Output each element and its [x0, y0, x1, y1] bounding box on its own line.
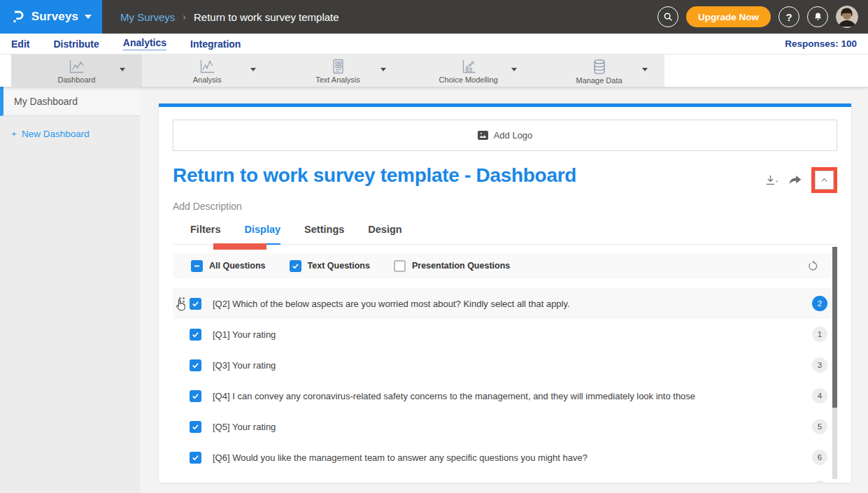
analysis-chart-icon — [198, 59, 216, 75]
filter-label: Presentation Questions — [412, 261, 510, 271]
dashboard-tabs: Filters Display Settings Design — [173, 224, 837, 245]
question-order-badge: 3 — [812, 357, 827, 373]
toolbar-manage-data[interactable]: Manage Data — [534, 55, 664, 87]
tab-design[interactable]: Design — [368, 224, 401, 244]
toolbar-dashboard[interactable]: Dashboard — [11, 55, 142, 87]
drag-handle-icon[interactable] — [179, 297, 185, 310]
breadcrumb-separator: › — [183, 11, 186, 22]
nav-integration[interactable]: Integration — [190, 38, 241, 50]
title-row: Return to work survey template - Dashboa… — [173, 164, 837, 193]
breadcrumb: My Surveys › Return to work survey templ… — [120, 11, 339, 23]
question-label: [Q3] Your rating — [213, 360, 276, 371]
question-checkbox-checked[interactable] — [190, 329, 201, 341]
product-name: Surveys — [31, 10, 79, 24]
question-row[interactable]: [Q7] Your rating 7 — [173, 473, 837, 483]
breadcrumb-my-surveys[interactable]: My Surveys — [120, 11, 175, 23]
filter-label: All Questions — [209, 261, 266, 271]
upgrade-now-button[interactable]: Upgrade Now — [686, 6, 771, 27]
toolbar-manage-data-label: Manage Data — [576, 76, 622, 85]
survey-nav: Edit Distribute Analytics Integration Re… — [0, 34, 868, 55]
product-logo[interactable]: Surveys — [0, 0, 102, 34]
database-icon — [591, 59, 608, 76]
checkbox-indeterminate-icon[interactable] — [191, 260, 203, 272]
question-label: [Q4] I can convey any coronavirus-relate… — [213, 391, 695, 401]
question-row[interactable]: [Q5] Your rating 5 — [173, 411, 837, 442]
toolbar-analysis-label: Analysis — [193, 76, 222, 84]
question-mark-icon: ? — [785, 11, 792, 23]
chevron-down-icon[interactable] — [511, 68, 517, 71]
question-checkbox-checked[interactable] — [190, 483, 201, 483]
question-label: [Q1] Your rating — [213, 329, 276, 340]
download-icon — [764, 173, 778, 187]
question-row[interactable]: [Q3] Your rating 3 — [173, 350, 837, 380]
dashboard-sidebar: My Dashboard + New Dashboard — [0, 87, 140, 493]
scrollbar-track — [832, 247, 837, 479]
header-actions: Upgrade Now ? — [657, 6, 858, 28]
question-list: [Q2] Which of the below aspects are you … — [173, 288, 837, 483]
checkbox-unchecked-icon[interactable] — [394, 260, 406, 272]
chevron-up-icon — [820, 176, 829, 185]
toolbar-analysis[interactable]: Analysis — [142, 55, 273, 87]
breadcrumb-current-survey: Return to work survey template — [194, 11, 339, 23]
responses-count[interactable]: Responses: 100 — [785, 38, 857, 49]
filter-presentation-questions[interactable]: Presentation Questions — [394, 260, 510, 272]
add-description-field[interactable]: Add Description — [173, 201, 837, 212]
chevron-down-icon[interactable] — [85, 15, 92, 19]
question-checkbox-checked[interactable] — [190, 390, 201, 402]
question-checkbox-checked[interactable] — [190, 421, 201, 433]
add-logo-button[interactable]: Add Logo — [173, 120, 837, 151]
toolbar-panel: Dashboard Analysis Text Analysis — [11, 55, 664, 87]
text-document-icon — [330, 59, 346, 75]
dashboard-title[interactable]: Return to work survey template - Dashboa… — [173, 164, 576, 187]
app-header: Surveys My Surveys › Return to work surv… — [0, 0, 868, 34]
title-actions — [764, 167, 837, 193]
question-checkbox-checked[interactable] — [190, 359, 201, 371]
new-dashboard-button[interactable]: + New Dashboard — [0, 116, 140, 152]
tab-filters[interactable]: Filters — [190, 224, 221, 244]
toolbar-text-analysis-label: Text Analysis — [315, 76, 360, 84]
search-button[interactable] — [657, 6, 678, 27]
question-order-badge: 6 — [812, 450, 827, 465]
nav-distribute[interactable]: Distribute — [53, 38, 99, 50]
chevron-down-icon[interactable] — [380, 68, 386, 71]
scrollbar-thumb[interactable] — [832, 247, 837, 408]
nav-edit[interactable]: Edit — [11, 38, 29, 50]
nav-analytics[interactable]: Analytics — [123, 37, 166, 50]
question-checkbox-checked[interactable] — [190, 452, 201, 464]
new-dashboard-label: New Dashboard — [22, 129, 90, 139]
share-button[interactable] — [788, 174, 802, 187]
notifications-button[interactable] — [807, 6, 828, 27]
line-chart-icon — [67, 59, 85, 75]
question-row[interactable]: [Q1] Your rating 1 — [173, 319, 837, 350]
user-avatar[interactable] — [836, 6, 858, 28]
question-order-badge: 5 — [812, 419, 827, 434]
sidebar-item-label: My Dashboard — [14, 96, 78, 107]
toolbar-text-analysis[interactable]: Text Analysis — [273, 55, 404, 87]
scatter-chart-icon — [460, 59, 477, 75]
filter-all-questions[interactable]: All Questions — [191, 260, 266, 272]
chevron-down-icon[interactable] — [120, 68, 125, 71]
tab-display[interactable]: Display — [245, 224, 281, 245]
page-body: My Dashboard + New Dashboard Add Logo Re… — [0, 87, 868, 493]
download-button[interactable] — [764, 173, 778, 187]
help-button[interactable]: ? — [778, 6, 799, 27]
checkbox-checked-icon[interactable] — [290, 260, 301, 272]
tab-settings[interactable]: Settings — [304, 224, 344, 244]
sidebar-item-my-dashboard[interactable]: My Dashboard — [0, 87, 140, 116]
share-forward-icon — [788, 174, 802, 187]
reset-order-button[interactable] — [807, 260, 819, 272]
chevron-down-icon[interactable] — [642, 68, 648, 71]
question-order-badge: 7 — [812, 480, 827, 483]
collapse-section-button[interactable] — [815, 171, 834, 190]
image-icon — [478, 131, 488, 140]
toolbar-choice-modelling[interactable]: Choice Modelling — [403, 55, 534, 87]
question-row[interactable]: [Q2] Which of the below aspects are you … — [173, 288, 837, 319]
refresh-icon — [807, 260, 819, 272]
question-row[interactable]: [Q4] I can convey any coronavirus-relate… — [173, 380, 837, 411]
chevron-down-icon[interactable] — [250, 68, 256, 71]
question-row[interactable]: [Q6] Would you like the management team … — [173, 442, 837, 473]
question-order-badge: 4 — [812, 388, 827, 403]
filter-text-questions[interactable]: Text Questions — [290, 260, 370, 272]
question-checkbox-checked[interactable] — [190, 298, 201, 310]
question-filter-bar: All Questions Text Questions Presentatio… — [173, 253, 837, 278]
